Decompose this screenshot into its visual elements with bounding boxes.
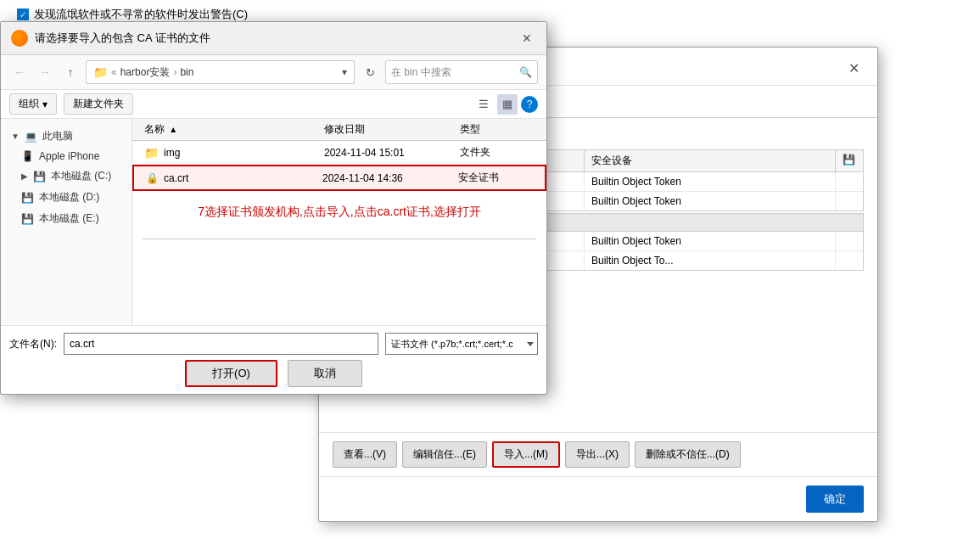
thispc-arrow: ▼ [11,132,20,141]
firefox-icon [11,30,28,47]
filetype-select[interactable]: 证书文件 (*.p7b;*.crt;*.cert;*.c [385,333,538,355]
cert-file-icon: 🔒 [146,172,159,184]
cert-device-cell: Builtin Object Token [585,172,836,191]
instruction-text: 7选择证书颁发机构,点击导入,点击ca.crt证书,选择打开 [132,191,546,233]
import-cert-btn[interactable]: 导入...(M) [492,441,560,468]
file-name-cell: 📁 img [139,143,319,162]
cert-device-cell: Builtin Object Token [585,232,836,250]
file-dialog-close-btn[interactable]: ✕ [518,29,536,48]
iphone-icon: 📱 [21,150,34,162]
organize-btn[interactable]: 组织 ▾ [9,93,57,115]
c-label: 本地磁盘 (C:) [51,169,111,183]
delete-cert-btn[interactable]: 删除或不信任...(D) [635,441,741,468]
file-item-img[interactable]: 📁 img 2024-11-04 15:01 文件夹 [132,141,546,165]
file-toolbar: 组织 ▾ 新建文件夹 ☰ ▦ ? [1,90,546,119]
search-icon[interactable]: 🔍 [519,66,532,78]
edit-cert-btn[interactable]: 编辑信任...(E) [402,441,487,468]
sidebar-item-iphone[interactable]: 📱 Apple iPhone [1,147,132,166]
path-part-2[interactable]: bin [180,66,193,78]
sidebar-item-thispc[interactable]: ▼ 💻 此电脑 [1,126,132,147]
sidebar-item-c[interactable]: ▶ 💾 本地磁盘 (C:) [1,166,132,187]
cert-manager-close-btn[interactable]: ✕ [843,58,864,78]
file-nav-bar: ← → ↑ 📁 « harbor安装 › bin ▾ ↻ 在 bin 中搜索 🔍 [1,55,546,90]
folder-icon: 📁 [144,146,159,160]
d-label: 本地磁盘 (D:) [39,190,99,205]
file-name-cell: 🔒 ca.crt [141,170,317,187]
nav-up-btn[interactable]: ↑ [60,62,81,82]
cert-col-device: 安全设备 [585,150,836,171]
cert-actions-cell [836,232,863,250]
sort-arrow: ▲ [169,125,177,134]
file-sidebar: ▼ 💻 此电脑 📱 Apple iPhone ▶ 💾 本地磁盘 (C:) 💾 本… [1,119,132,325]
new-folder-btn[interactable]: 新建文件夹 [64,93,133,115]
confirm-btn[interactable]: 确定 [806,486,864,513]
search-placeholder-text: 在 bin 中搜索 [391,65,516,80]
file-main-area: ▼ 💻 此电脑 📱 Apple iPhone ▶ 💾 本地磁盘 (C:) 💾 本… [1,119,546,325]
organize-dropdown-icon: ▾ [42,98,48,110]
cert-col-actions: 💾 [836,150,863,171]
list-view-btn[interactable]: ☰ [473,94,494,115]
path-bar: 📁 « harbor安装 › bin ▾ [86,60,355,84]
thispc-icon: 💻 [25,131,37,143]
export-cert-btn[interactable]: 导出...(X) [565,441,630,468]
file-dialog-header: 请选择要导入的包含 CA 证书的文件 ✕ [1,22,546,55]
col-modified-header[interactable]: 修改日期 [319,119,455,140]
filename-label: 文件名(N): [9,337,57,351]
col-name-header[interactable]: 名称 ▲ [139,119,319,140]
c-arrow: ▶ [21,171,28,181]
c-icon: 💾 [33,171,46,182]
nav-refresh-btn[interactable]: ↻ [360,62,380,82]
col-type-header[interactable]: 类型 [455,119,540,140]
details-view-btn[interactable]: ▦ [497,94,518,115]
cert-device-cell: Builtin Object To... [585,251,836,270]
sidebar-item-d[interactable]: 💾 本地磁盘 (D:) [1,187,132,208]
iphone-label: Apple iPhone [39,150,99,162]
file-dialog-title-text: 请选择要导入的包含 CA 证书的文件 [35,31,210,46]
sidebar-item-e[interactable]: 💾 本地磁盘 (E:) [1,208,132,229]
nav-back-btn[interactable]: ← [9,62,30,82]
cert-device-cell: Builtin Object Token [585,192,836,211]
cancel-file-btn[interactable]: 取消 [288,360,362,387]
divider [143,239,536,239]
toolbar-view-icons: ☰ ▦ ? [473,94,538,115]
view-cert-btn[interactable]: 查看...(V) [333,441,397,468]
warning-checkbox[interactable]: ✓ [17,8,29,20]
open-file-btn[interactable]: 打开(O) [185,360,277,387]
search-bar: 在 bin 中搜索 🔍 [385,60,538,84]
file-list-header: 名称 ▲ 修改日期 类型 [132,119,546,141]
cert-actions-cell [836,251,863,270]
cert-actions-bar: 查看...(V) 编辑信任...(E) 导入...(M) 导出...(X) 删除… [319,432,877,476]
file-item-cacrt[interactable]: 🔒 ca.crt 2024-11-04 14:36 安全证书 [132,165,546,191]
cert-actions-cell [836,192,863,211]
path-folder-icon: 📁 [93,65,108,79]
d-icon: 💾 [21,192,34,204]
e-label: 本地磁盘 (E:) [39,211,99,226]
file-list: 📁 img 2024-11-04 15:01 文件夹 🔒 ca.crt 2024… [132,141,546,325]
filename-input[interactable] [64,333,378,355]
path-part-1[interactable]: harbor安装 [120,65,171,80]
nav-forward-btn[interactable]: → [35,62,55,82]
filename-row: 文件名(N): 证书文件 (*.p7b;*.crt;*.cert;*.c [9,333,538,355]
e-icon: 💾 [21,213,34,225]
file-open-dialog: 请选择要导入的包含 CA 证书的文件 ✕ ← → ↑ 📁 « harbor安装 … [0,21,547,395]
file-dialog-bottom: 文件名(N): 证书文件 (*.p7b;*.crt;*.cert;*.c 打开(… [1,325,546,394]
confirm-row: 确定 [319,476,877,521]
cert-actions-cell [836,172,863,191]
file-dialog-title-area: 请选择要导入的包含 CA 证书的文件 [11,30,210,47]
path-dropdown-btn[interactable]: ▾ [342,66,347,78]
file-list-area: 名称 ▲ 修改日期 类型 📁 img 2024-11-04 15:01 文件夹 [132,119,546,325]
file-actions-row: 打开(O) 取消 [9,360,538,387]
thispc-label: 此电脑 [42,129,73,143]
help-btn[interactable]: ? [521,96,538,113]
checkbox-label: 发现流氓软件或不寻常的软件时发出警告(C) [34,7,248,22]
